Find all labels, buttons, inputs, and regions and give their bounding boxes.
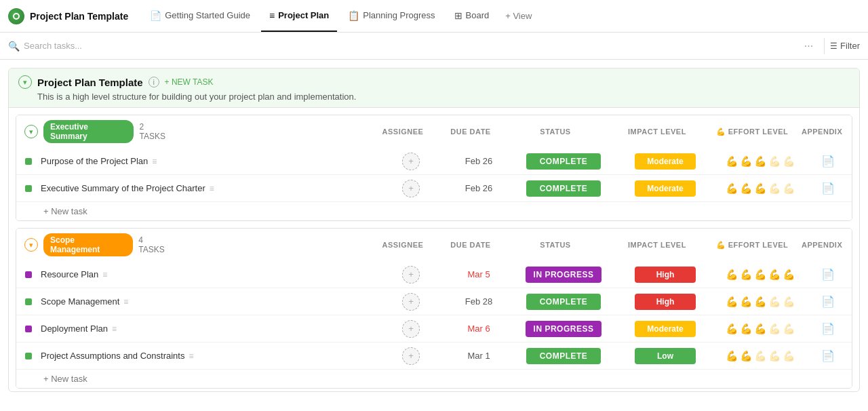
impact-badge[interactable]: Moderate — [635, 180, 696, 197]
effort-filled-icon: 💪 — [754, 323, 767, 335]
th-effort-0: 💪 EFFORT LEVEL — [708, 125, 796, 139]
status-badge[interactable]: COMPLETE — [526, 348, 601, 364]
exec-tasks-container: Purpose of the Project Plan ≡ + Feb 26 C… — [16, 148, 852, 202]
effort-filled-icon: 💪 — [726, 350, 738, 362]
task-details-icon[interactable]: ≡ — [123, 297, 128, 307]
project-description: This is a high level structure for build… — [18, 92, 850, 102]
appendix-icon[interactable]: 📄 — [821, 295, 835, 308]
task-name-cell[interactable]: Scope Management ≡ — [41, 291, 377, 312]
effort-cell: 💪💪💪💪💪 — [716, 296, 804, 308]
th-status-1: STATUS — [505, 238, 606, 252]
task-status-dot — [25, 298, 32, 305]
assignee-avatar[interactable]: + — [402, 266, 420, 283]
task-details-icon[interactable]: ≡ — [112, 324, 117, 334]
more-options-button[interactable]: ··· — [804, 40, 813, 52]
tab-project-plan[interactable]: ≡ Project Plan — [261, 0, 337, 32]
th-task-name-1 — [176, 238, 369, 252]
tab-getting-started[interactable]: 📄 Getting Started Guide — [142, 0, 258, 32]
appendix-icon[interactable]: 📄 — [821, 322, 835, 335]
add-view-button[interactable]: + View — [500, 11, 537, 21]
assignee-avatar[interactable]: + — [402, 180, 420, 197]
task-status-dot — [25, 353, 32, 359]
task-name-cell[interactable]: Purpose of the Project Plan ≡ — [41, 151, 377, 172]
appendix-icon[interactable]: 📄 — [821, 268, 835, 281]
info-icon[interactable]: i — [149, 77, 159, 87]
board-icon: ⊞ — [454, 10, 462, 21]
appendix-icon[interactable]: 📄 — [821, 349, 835, 362]
assignee-avatar[interactable]: + — [402, 347, 420, 365]
effort-empty-icon: 💪 — [754, 350, 767, 362]
task-name-cell[interactable]: Resource Plan ≡ — [41, 264, 377, 285]
status-badge[interactable]: IN PROGRESS — [526, 321, 602, 337]
task-dot-cell — [16, 353, 41, 359]
effort-filled-icon: 💪 — [726, 296, 738, 308]
effort-cell: 💪💪💪💪💪 — [716, 350, 804, 362]
effort-filled-icon: 💪 — [740, 350, 753, 362]
task-name-cell[interactable]: Deployment Plan ≡ — [41, 318, 377, 339]
status-badge[interactable]: COMPLETE — [526, 294, 601, 310]
tab-planning-progress[interactable]: 📋 Planning Progress — [340, 0, 443, 32]
assignee-cell: + — [377, 153, 445, 170]
scope-management-badge[interactable]: Scope Management — [43, 233, 133, 256]
task-status-dot — [25, 185, 32, 192]
project-group: ▾ Project Plan Template i + NEW TASK Thi… — [8, 68, 860, 392]
table-row: Scope Management ≡ + Feb 28 COMPLETE Hig… — [16, 288, 852, 315]
impact-badge[interactable]: High — [635, 294, 696, 310]
status-cell: IN PROGRESS — [513, 267, 614, 283]
collapse-scope-management-button[interactable]: ▾ — [24, 238, 38, 252]
assignee-avatar[interactable]: + — [402, 293, 420, 311]
status-badge[interactable]: COMPLETE — [526, 153, 601, 170]
task-name: Deployment Plan — [41, 324, 108, 334]
appendix-cell: 📄 — [804, 349, 852, 362]
new-task-scope-button[interactable]: + New task — [16, 370, 852, 388]
appendix-icon[interactable]: 📄 — [821, 182, 835, 195]
project-group-header: ▾ Project Plan Template i + NEW TASK Thi… — [9, 68, 859, 108]
th-effort-1: 💪 EFFORT LEVEL — [708, 238, 796, 252]
appendix-cell: 📄 — [804, 155, 852, 168]
effort-empty-icon: 💪 — [768, 323, 781, 335]
appendix-icon[interactable]: 📄 — [821, 155, 835, 168]
status-badge[interactable]: IN PROGRESS — [526, 267, 602, 283]
project-collapse-button[interactable]: ▾ — [18, 75, 32, 89]
due-date-cell: Feb 26 — [445, 183, 513, 193]
task-name-cell[interactable]: Project Assumptions and Constraints ≡ — [41, 345, 377, 366]
effort-filled-icon: 💪 — [740, 269, 753, 281]
project-title: Project Plan Template — [30, 11, 128, 22]
impact-badge[interactable]: Low — [635, 348, 696, 364]
th-impact-1: IMPACT LEVEL — [606, 238, 708, 252]
status-badge[interactable]: COMPLETE — [526, 180, 601, 197]
executive-summary-badge[interactable]: Executive Summary — [43, 120, 134, 143]
table-row: Purpose of the Project Plan ≡ + Feb 26 C… — [16, 148, 852, 175]
content-area: ▾ Project Plan Template i + NEW TASK Thi… — [0, 60, 868, 411]
assignee-avatar[interactable]: + — [402, 320, 420, 338]
task-name: Project Assumptions and Constraints — [41, 351, 184, 361]
effort-filled-icon: 💪 — [754, 269, 767, 281]
task-details-icon[interactable]: ≡ — [210, 184, 214, 193]
impact-badge[interactable]: Moderate — [635, 153, 696, 170]
new-task-top-button[interactable]: + NEW TASK — [165, 77, 214, 87]
subgroup-executive-summary: ▾ Executive Summary 2 TASKS ASSIGNEE DUE… — [16, 115, 852, 221]
tab-board[interactable]: ⊞ Board — [446, 0, 498, 32]
search-area[interactable]: 🔍 Search tasks... — [8, 41, 799, 52]
th-appendix-1: APPENDIX — [796, 238, 844, 252]
effort-empty-icon: 💪 — [783, 350, 795, 362]
project-group-title: Project Plan Template — [37, 77, 143, 88]
impact-badge[interactable]: Moderate — [635, 321, 696, 337]
effort-empty-icon: 💪 — [783, 155, 795, 168]
status-cell: COMPLETE — [513, 348, 614, 364]
task-details-icon[interactable]: ≡ — [189, 351, 193, 361]
filter-button[interactable]: ☰ Filter — [830, 41, 860, 51]
new-task-exec-summary-button[interactable]: + New task — [16, 202, 852, 220]
task-details-icon[interactable]: ≡ — [102, 270, 107, 279]
collapse-executive-summary-button[interactable]: ▾ — [24, 125, 38, 138]
assignee-avatar[interactable]: + — [402, 153, 420, 170]
toolbar-divider — [824, 38, 825, 54]
task-name-cell[interactable]: Executive Summary of the Project Charter… — [41, 178, 377, 199]
impact-badge[interactable]: High — [635, 267, 696, 283]
toolbar: 🔍 Search tasks... ··· ☰ Filter — [0, 33, 868, 60]
due-date-cell: Mar 5 — [445, 269, 513, 279]
effort-filled-icon: 💪 — [726, 269, 738, 281]
task-details-icon[interactable]: ≡ — [152, 157, 157, 166]
app-logo — [8, 8, 24, 24]
assignee-cell: + — [377, 293, 445, 311]
